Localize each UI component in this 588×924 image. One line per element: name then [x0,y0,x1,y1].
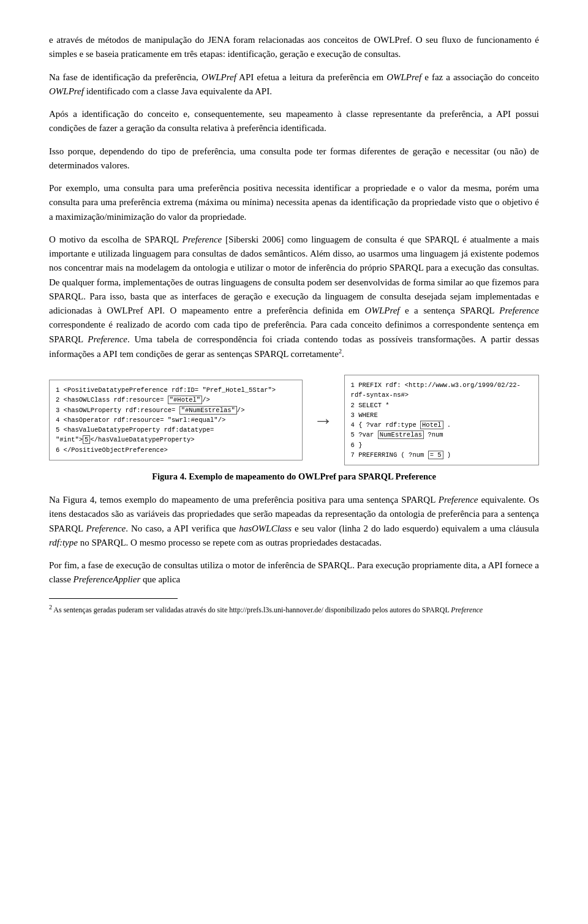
sparql-line-7: 7 PREFERRING ( ?num = 5 ) [351,450,532,460]
footnote: 2 As sentenças geradas puderam ser valid… [49,603,539,615]
footnote-divider [49,598,178,599]
sparql-line-5: 5 ?var NumEstrelas ?num [351,430,532,440]
sparql-line-1: 1 PREFIX rdf: <http://www.w3.org/1999/02… [351,380,532,400]
paragraph-2: Na fase de identificação da preferência,… [49,70,539,99]
figure-caption: Figura 4. Exemplo de mapeamento do OWLPr… [152,471,436,482]
arrow-icon: → [314,409,333,432]
figure-4: 1 <PositiveDatatypePreference rdf:ID= "P… [49,375,539,482]
paragraph-7: Na Figura 4, temos exemplo do mapeamento… [49,493,539,550]
paragraph-1: e através de métodos de manipulação do J… [49,33,539,62]
sparql-line-4: 4 { ?var rdf:type Hotel . [351,420,532,430]
code-line-2: 2 <hasOWLClass rdf:resource= "#Hotel"/> [56,395,296,405]
sparql-line-6: 6 } [351,440,532,450]
paragraph-6: O motivo da escolha de SPARQL Preference… [49,233,539,361]
figure-left-box: 1 <PositiveDatatypePreference rdf:ID= "P… [49,380,303,460]
paragraph-8: Por fim, a fase de execução de consultas… [49,558,539,587]
code-line-4: 4 <hasOperator rdf:resource= "swrl:#equa… [56,415,296,425]
code-line-6: 6 </PositiveObjectPreference> [56,445,296,455]
paragraph-3: Após a identificação do conceito e, cons… [49,107,539,136]
paragraph-5: Por exemplo, uma consulta para uma prefe… [49,181,539,224]
sparql-line-2: 2 SELECT * [351,400,532,410]
code-line-5: 5 <hasValueDatatypeProperty rdf:datatype… [56,425,296,445]
sparql-line-3: 3 WHERE [351,410,532,420]
paragraph-4: Isso porque, dependendo do tipo de prefe… [49,145,539,173]
figure-inner: 1 <PositiveDatatypePreference rdf:ID= "P… [49,375,539,465]
figure-right-box: 1 PREFIX rdf: <http://www.w3.org/1999/02… [344,375,539,465]
code-line-3: 3 <hasOWLProperty rdf:resource= "#NumEst… [56,405,296,415]
code-line-1: 1 <PositiveDatatypePreference rdf:ID= "P… [56,385,296,395]
